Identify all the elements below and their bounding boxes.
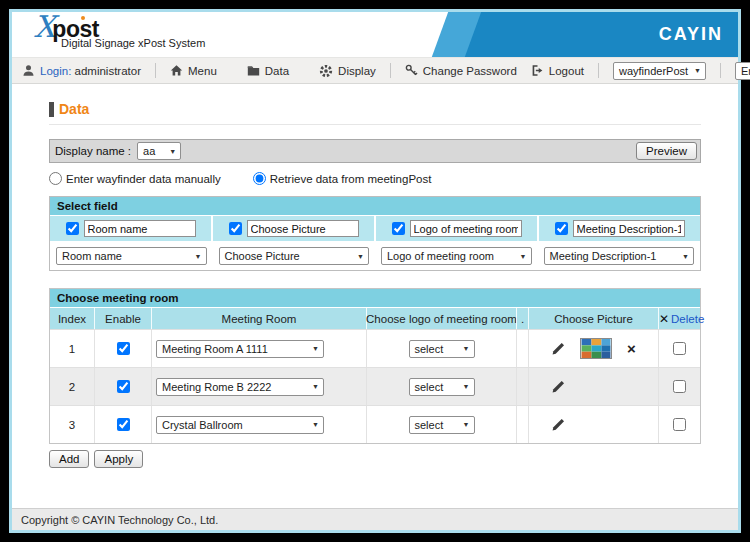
delete-link[interactable]: Delete (671, 313, 704, 325)
meeting-room-cell: Meeting Rome B 2222▼ (151, 368, 366, 405)
column-header: Enable (94, 308, 151, 329)
field-checkbox[interactable] (66, 222, 79, 235)
remove-picture-icon[interactable]: × (627, 341, 636, 356)
field-select-value: Logo of meeting room (387, 250, 494, 262)
login-username: administrator (75, 65, 141, 77)
nav-menu-label: Menu (188, 65, 217, 77)
main-content: Data Display name : aa ▼ Preview Enter w… (12, 84, 738, 508)
delete-checkbox[interactable] (673, 418, 686, 431)
delete-checkbox[interactable] (673, 342, 686, 355)
module-select[interactable]: wayfinderPost ▼ (613, 62, 706, 80)
field-checkbox[interactable] (229, 222, 242, 235)
field-name-input[interactable] (573, 220, 685, 237)
enable-checkbox[interactable] (117, 342, 130, 355)
display-name-value: aa (143, 145, 155, 157)
field-cell (211, 216, 374, 241)
chevron-down-icon: ▼ (312, 383, 319, 390)
user-icon (22, 64, 35, 77)
field-select-value: Room name (62, 250, 122, 262)
field-select-value: Meeting Description-1 (550, 250, 657, 262)
row-index: 3 (50, 406, 94, 443)
enable-cell (94, 406, 151, 443)
delete-checkbox[interactable] (673, 380, 686, 393)
edit-picture-icon[interactable] (551, 380, 565, 394)
logout-button[interactable]: Logout (531, 64, 584, 77)
field-select[interactable]: Meeting Description-1▼ (544, 247, 695, 265)
radio-label: Retrieve data from meetingPost (270, 173, 432, 185)
page-title-row: Data (49, 101, 701, 117)
apply-button[interactable]: Apply (94, 450, 143, 468)
page-title: Data (59, 101, 89, 117)
picture-thumbnail[interactable] (580, 338, 612, 359)
table-row: 3Crystal Ballroom▼select▼ (50, 405, 700, 443)
change-password-button[interactable]: Change Password (405, 64, 517, 77)
field-dropdown-cell: Logo of meeting room▼ (375, 244, 538, 267)
enable-checkbox[interactable] (117, 380, 130, 393)
module-select-value: wayfinderPost (619, 65, 688, 77)
display-name-select[interactable]: aa ▼ (137, 142, 181, 160)
meeting-room-cell: Meeting Room A 1111▼ (151, 330, 366, 367)
column-header: Choose Picture (528, 308, 658, 329)
nav-item-data[interactable]: Data (247, 64, 289, 77)
field-select[interactable]: Choose Picture▼ (219, 247, 370, 265)
meeting-room-select[interactable]: Meeting Room A 1111▼ (156, 340, 324, 358)
radio-input[interactable] (49, 172, 62, 185)
chevron-down-icon: ▼ (463, 345, 470, 352)
edit-picture-icon[interactable] (551, 342, 565, 356)
logo-select-value: select (415, 343, 444, 355)
field-name-input[interactable] (247, 220, 359, 237)
data-source-radio-group: Enter wayfinder data manuallyRetrieve da… (49, 172, 701, 185)
column-header: Index (50, 308, 94, 329)
nav-item-menu[interactable]: Menu (170, 64, 217, 77)
select-field-checkbox-row (50, 215, 700, 241)
logo-cell: select▼ (366, 406, 516, 443)
add-button[interactable]: Add (49, 450, 89, 468)
delete-all-icon[interactable]: ✕ (659, 312, 669, 326)
xpost-logo-wordmark: Xpost (34, 13, 205, 40)
meeting-room-title: Choose meeting room (50, 289, 700, 307)
meeting-room-select[interactable]: Crystal Ballroom▼ (156, 416, 324, 434)
preview-button[interactable]: Preview (636, 142, 697, 160)
spacer-cell (516, 406, 528, 443)
chevron-down-icon: ▼ (694, 67, 701, 74)
key-icon (405, 64, 418, 77)
language-select[interactable]: English ▼ (735, 62, 750, 80)
delete-cell (658, 406, 700, 443)
field-checkbox[interactable] (555, 222, 568, 235)
spacer-cell (516, 330, 528, 367)
field-name-input[interactable] (84, 220, 196, 237)
logo-select[interactable]: select▼ (409, 416, 475, 434)
logo-select-value: select (415, 381, 444, 393)
data-source-radio-1[interactable]: Retrieve data from meetingPost (253, 172, 432, 185)
field-select[interactable]: Logo of meeting room▼ (381, 247, 532, 265)
radio-input[interactable] (253, 172, 266, 185)
delete-cell (658, 368, 700, 405)
chevron-down-icon: ▼ (195, 253, 202, 260)
select-field-dropdown-row: Room name▼Choose Picture▼Logo of meeting… (50, 241, 700, 270)
row-index: 1 (50, 330, 94, 367)
field-checkbox[interactable] (392, 222, 405, 235)
delete-cell (658, 330, 700, 367)
field-select[interactable]: Room name▼ (56, 247, 207, 265)
display-name-label: Display name : (55, 145, 131, 157)
chevron-down-icon: ▼ (169, 148, 176, 155)
edit-picture-icon[interactable] (551, 418, 565, 432)
footer: Copyright © CAYIN Technology Co., Ltd. (12, 508, 738, 530)
data-source-radio-0[interactable]: Enter wayfinder data manually (49, 172, 221, 185)
logo-select[interactable]: select▼ (409, 340, 475, 358)
table-row: 1Meeting Room A 1111▼select▼× (50, 329, 700, 367)
table-row: 2Meeting Rome B 2222▼select▼ (50, 367, 700, 405)
nav-data-label: Data (265, 65, 289, 77)
chevron-down-icon: ▼ (312, 345, 319, 352)
folder-icon (247, 64, 260, 77)
nav-item-display[interactable]: Display (319, 64, 376, 78)
meeting-room-select[interactable]: Meeting Rome B 2222▼ (156, 378, 324, 396)
field-name-input[interactable] (410, 220, 522, 237)
field-dropdown-cell: Choose Picture▼ (213, 244, 376, 267)
logo-select[interactable]: select▼ (409, 378, 475, 396)
meeting-room-section: Choose meeting room IndexEnableMeeting R… (49, 288, 701, 444)
nav-display-label: Display (338, 65, 376, 77)
logout-icon (531, 64, 544, 77)
field-select-value: Choose Picture (225, 250, 300, 262)
enable-checkbox[interactable] (117, 418, 130, 431)
